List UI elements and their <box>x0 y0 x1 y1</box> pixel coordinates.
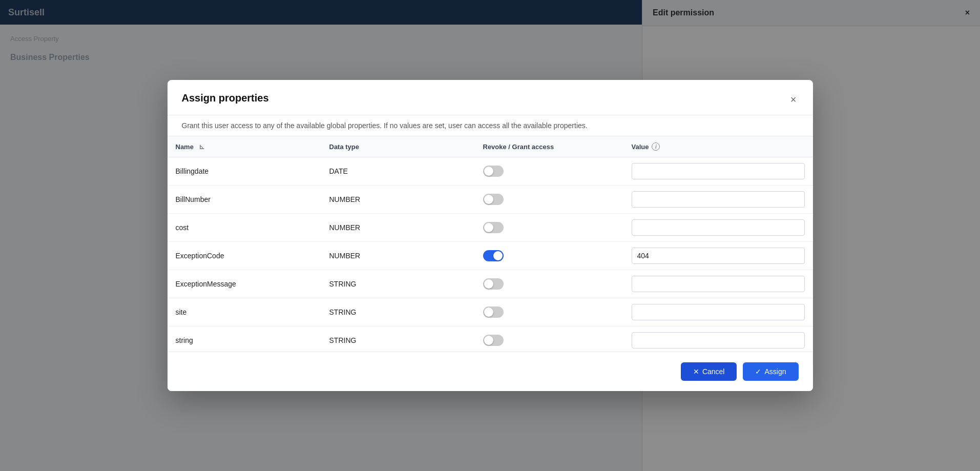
row-billingdate-value-cell <box>623 157 813 186</box>
cancel-label: Cancel <box>702 367 725 376</box>
table-row: BillingdateDATE <box>168 157 813 186</box>
col-header-access: Revoke / Grant access <box>475 136 623 157</box>
row-string-name: string <box>168 326 321 352</box>
row-billnumber-value-cell <box>623 186 813 214</box>
row-billnumber-access-cell <box>475 186 623 214</box>
row-string-value-input[interactable] <box>632 332 805 349</box>
row-cost-value-cell <box>623 214 813 242</box>
assign-properties-modal: Assign properties × Grant this user acce… <box>168 80 813 391</box>
row-exceptioncode-name: ExceptionCode <box>168 242 321 270</box>
row-exceptioncode-type: NUMBER <box>321 242 475 270</box>
row-site-type: STRING <box>321 298 475 326</box>
table-row: stringSTRING <box>168 326 813 352</box>
row-cost-toggle[interactable] <box>483 222 504 233</box>
col-name-label: Name <box>176 143 194 151</box>
row-exceptioncode-toggle[interactable] <box>483 250 504 261</box>
row-exceptionmessage-name: ExceptionMessage <box>168 270 321 298</box>
row-string-value-cell <box>623 326 813 352</box>
row-exceptionmessage-value-input[interactable] <box>632 276 805 292</box>
row-cost-type: NUMBER <box>321 214 475 242</box>
row-billingdate-value-input[interactable] <box>632 163 805 179</box>
row-exceptioncode-access-cell <box>475 242 623 270</box>
row-site-toggle[interactable] <box>483 306 504 318</box>
properties-table: Name ⊾ Data type Revoke / Grant access V… <box>168 136 813 352</box>
row-exceptionmessage-access-cell <box>475 270 623 298</box>
row-billingdate-toggle[interactable] <box>483 166 504 177</box>
modal-subtitle: Grant this user access to any of the ava… <box>168 115 813 136</box>
info-icon: i <box>652 142 660 151</box>
row-site-name: site <box>168 298 321 326</box>
modal-header: Assign properties × <box>168 80 813 115</box>
modal-footer: ✕ Cancel ✓ Assign <box>168 352 813 391</box>
col-header-value: Value i <box>623 136 813 157</box>
row-billnumber-toggle[interactable] <box>483 194 504 205</box>
row-billingdate-name: Billingdate <box>168 157 321 186</box>
row-billnumber-type: NUMBER <box>321 186 475 214</box>
row-billnumber-name: BillNumber <box>168 186 321 214</box>
properties-table-wrapper: Name ⊾ Data type Revoke / Grant access V… <box>168 136 813 352</box>
table-row: siteSTRING <box>168 298 813 326</box>
row-cost-value-input[interactable] <box>632 219 805 236</box>
table-header-row: Name ⊾ Data type Revoke / Grant access V… <box>168 136 813 157</box>
row-cost-access-cell <box>475 214 623 242</box>
row-site-access-cell <box>475 298 623 326</box>
row-site-value-input[interactable] <box>632 304 805 320</box>
cancel-button[interactable]: ✕ Cancel <box>681 362 737 381</box>
col-value-label: Value <box>632 143 649 151</box>
row-billingdate-access-cell <box>475 157 623 186</box>
table-row: costNUMBER <box>168 214 813 242</box>
table-row: ExceptionMessageSTRING <box>168 270 813 298</box>
assign-icon: ✓ <box>755 367 761 376</box>
col-header-data-type: Data type <box>321 136 475 157</box>
modal-close-button[interactable]: × <box>788 92 799 107</box>
row-string-toggle[interactable] <box>483 335 504 346</box>
row-site-value-cell <box>623 298 813 326</box>
col-header-name: Name ⊾ <box>168 136 321 157</box>
row-billnumber-value-input[interactable] <box>632 191 805 208</box>
row-exceptioncode-value-input[interactable] <box>632 248 805 264</box>
row-exceptionmessage-toggle[interactable] <box>483 278 504 290</box>
row-string-type: STRING <box>321 326 475 352</box>
row-billingdate-type: DATE <box>321 157 475 186</box>
filter-icon[interactable]: ⊾ <box>199 142 205 151</box>
assign-label: Assign <box>764 367 786 376</box>
modal-backdrop: Assign properties × Grant this user acce… <box>0 0 980 471</box>
table-row: BillNumberNUMBER <box>168 186 813 214</box>
row-exceptionmessage-type: STRING <box>321 270 475 298</box>
row-exceptioncode-value-cell <box>623 242 813 270</box>
modal-title: Assign properties <box>182 92 269 104</box>
table-row: ExceptionCodeNUMBER <box>168 242 813 270</box>
row-cost-name: cost <box>168 214 321 242</box>
row-string-access-cell <box>475 326 623 352</box>
row-exceptionmessage-value-cell <box>623 270 813 298</box>
cancel-icon: ✕ <box>693 367 699 376</box>
assign-button[interactable]: ✓ Assign <box>743 362 798 381</box>
